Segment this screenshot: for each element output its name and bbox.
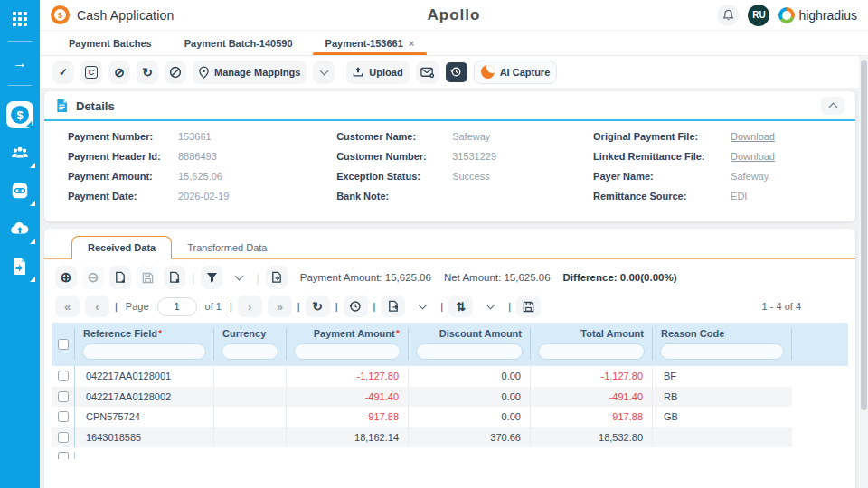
copy-grid-button[interactable] (266, 266, 288, 289)
filter-funnel-icon (206, 272, 218, 283)
add-row-button[interactable]: ⊕ (55, 266, 77, 289)
next-page-button[interactable]: › (238, 296, 262, 317)
dollar-icon: $ (11, 106, 29, 124)
table-row[interactable]: 042217AA0128002 -491.40 0.00 -491.40 RB (52, 387, 792, 408)
cell-reason-code: RB (653, 387, 792, 408)
refresh-grid-button[interactable]: ↻ (306, 296, 330, 317)
table-row[interactable]: 042217AA0128001 -1,127.80 0.00 -1,127.80… (52, 366, 792, 387)
envelope-gear-icon (420, 66, 435, 79)
sidebar-item-customers[interactable] (6, 139, 33, 166)
payment-toolbar: ✓ C ⊘ ↻ Manage Mappings Upload (40, 56, 859, 88)
manage-mappings-dropdown[interactable] (313, 61, 335, 84)
apps-grid-icon[interactable] (6, 5, 33, 33)
tab-payment-batches[interactable]: Payment Batches (52, 31, 168, 55)
field-label: Customer Number: (336, 151, 452, 163)
no-edit-icon: ⊘ (114, 65, 125, 80)
email-button[interactable] (416, 61, 439, 84)
column-header-total-amount[interactable]: Total Amount (531, 328, 652, 339)
approve-button[interactable]: ✓ (52, 61, 74, 84)
delete-rows-button[interactable] (164, 266, 185, 289)
sidebar-item-link[interactable] (6, 177, 33, 204)
close-tab-icon[interactable]: × (409, 38, 414, 49)
filter-payment-amount-input[interactable] (294, 343, 401, 360)
filter-button[interactable] (201, 266, 222, 289)
expand-sidebar-icon[interactable]: → (6, 50, 33, 77)
row-checkbox[interactable] (58, 452, 69, 459)
cell-payment-amount: -1,127.80 (287, 366, 409, 387)
cell-total-amount: -491.40 (531, 387, 653, 408)
filter-total-amount-input[interactable] (538, 343, 645, 360)
no-edit-button[interactable]: ⊘ (108, 61, 130, 84)
upload-icon (353, 66, 363, 78)
page-number-input[interactable] (157, 297, 197, 316)
remove-row-button[interactable]: ⊖ (82, 266, 104, 289)
sidebar-item-document-export[interactable] (6, 253, 33, 280)
sidebar-item-cloud-upload[interactable] (6, 215, 33, 242)
tab-transformed-data[interactable]: Transformed Data (172, 237, 282, 258)
block-icon (169, 66, 182, 79)
column-header-currency[interactable]: Currency (214, 328, 286, 339)
reprocess-button[interactable]: ↻ (137, 61, 158, 84)
filter-reference-input[interactable] (82, 343, 206, 360)
column-header-payment-amount[interactable]: Payment Amount* (287, 328, 408, 339)
upload-button[interactable]: Upload (346, 61, 409, 84)
select-all-checkbox[interactable] (58, 339, 69, 350)
column-header-discount-amount[interactable]: Discount Amount (409, 328, 530, 339)
filter-discount-amount-input[interactable] (416, 343, 523, 360)
first-page-button[interactable]: « (55, 296, 80, 317)
row-checkbox[interactable] (58, 391, 69, 402)
duplicate-row-button[interactable] (109, 266, 131, 289)
collapse-details-button[interactable] (821, 97, 844, 115)
manage-mappings-button[interactable]: Manage Mappings (193, 61, 307, 84)
grid-history-button[interactable] (344, 296, 368, 317)
prev-page-button[interactable]: ‹ (85, 296, 109, 317)
copy-button[interactable]: C (80, 61, 102, 84)
table-row[interactable]: CPN575724 -917.88 0.00 -917.88 GB (52, 407, 792, 427)
notifications-button[interactable] (717, 5, 739, 26)
bell-icon (722, 9, 734, 22)
filter-currency-input[interactable] (222, 343, 278, 360)
export-dropdown[interactable] (410, 296, 435, 317)
save-layout-button[interactable] (516, 296, 541, 317)
sidebar-item-cash-app[interactable]: $ (6, 101, 33, 128)
field-label: Exception Status: (336, 171, 452, 183)
table-row[interactable]: 1643018585 18,162.14 370.66 18,532.80 (52, 427, 792, 448)
save-icon (142, 272, 154, 284)
history-button[interactable] (446, 62, 467, 82)
filter-reason-code-input[interactable] (660, 343, 784, 360)
cell-payment-amount: -491.40 (287, 387, 409, 408)
filter-dropdown[interactable] (228, 266, 250, 289)
sort-button[interactable]: ⇅ (448, 296, 473, 317)
cell-reason-code: GB (653, 407, 792, 427)
main-content: Details Payment Number:153661 Payment He… (40, 88, 868, 488)
people-icon (10, 143, 30, 163)
download-link[interactable]: Download (731, 151, 775, 163)
column-header-reference-field[interactable]: Reference Field* (75, 328, 213, 339)
sort-dropdown[interactable] (478, 296, 503, 317)
save-grid-button[interactable] (137, 266, 158, 289)
column-header-reason-code[interactable]: Reason Code (653, 328, 791, 339)
grid-toolbar: ⊕ ⊖ | (44, 259, 855, 294)
cell-payment-amount: 18,162.14 (287, 427, 409, 448)
row-checkbox[interactable] (58, 411, 69, 422)
cell-reference: 042217AA0128001 (75, 366, 214, 387)
download-link[interactable]: Download (731, 131, 775, 143)
row-checkbox[interactable] (58, 371, 69, 381)
tab-payment-batch-140590[interactable]: Payment Batch-140590 (168, 31, 309, 55)
tab-payment-153661[interactable]: Payment-153661 × (309, 31, 431, 55)
details-panel: Details Payment Number:153661 Payment He… (44, 91, 855, 221)
ai-capture-button[interactable]: AI Capture (474, 61, 558, 84)
cell-total-amount: -917.88 (531, 407, 653, 427)
boxed-c-icon: C (85, 66, 98, 79)
export-button[interactable] (381, 296, 405, 317)
block-button[interactable] (165, 61, 186, 84)
page-scrollbar[interactable] (859, 56, 868, 488)
scrollbar-thumb[interactable] (861, 60, 867, 410)
table-row-partial[interactable] (52, 447, 792, 459)
row-checkbox[interactable] (58, 432, 69, 443)
user-avatar[interactable]: RU (748, 5, 769, 26)
field-label: Payment Header Id: (68, 151, 178, 163)
cloud-upload-icon (9, 218, 31, 239)
last-page-button[interactable]: » (268, 296, 292, 317)
tab-received-data[interactable]: Received Data (71, 236, 172, 259)
